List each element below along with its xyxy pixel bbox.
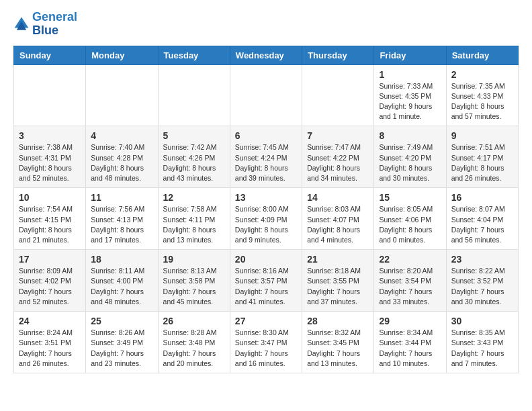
calendar-day-header: Monday (86, 46, 158, 64)
day-number: 27 (235, 316, 297, 326)
calendar-day-cell: 24Sunrise: 8:24 AM Sunset: 3:51 PM Dayli… (14, 312, 86, 373)
day-info: Sunrise: 8:35 AM Sunset: 3:43 PM Dayligh… (451, 328, 513, 369)
calendar-day-cell: 22Sunrise: 8:20 AM Sunset: 3:54 PM Dayli… (374, 250, 446, 312)
day-info: Sunrise: 8:26 AM Sunset: 3:49 PM Dayligh… (91, 328, 152, 369)
calendar-day-cell: 1Sunrise: 7:33 AM Sunset: 4:35 PM Daylig… (374, 64, 446, 126)
calendar-week-row: 3Sunrise: 7:38 AM Sunset: 4:31 PM Daylig… (14, 126, 519, 188)
calendar-day-cell: 4Sunrise: 7:40 AM Sunset: 4:28 PM Daylig… (86, 126, 158, 188)
calendar-week-row: 10Sunrise: 7:54 AM Sunset: 4:15 PM Dayli… (14, 188, 519, 250)
day-info: Sunrise: 7:45 AM Sunset: 4:24 PM Dayligh… (235, 142, 297, 183)
calendar-day-cell: 11Sunrise: 7:56 AM Sunset: 4:13 PM Dayli… (86, 188, 158, 250)
calendar-day-cell: 15Sunrise: 8:05 AM Sunset: 4:06 PM Dayli… (374, 188, 446, 250)
calendar-week-row: 24Sunrise: 8:24 AM Sunset: 3:51 PM Dayli… (14, 312, 519, 373)
day-number: 22 (379, 254, 441, 265)
calendar-day-header: Thursday (302, 46, 374, 64)
day-info: Sunrise: 7:33 AM Sunset: 4:35 PM Dayligh… (379, 81, 441, 122)
day-number: 4 (91, 130, 152, 141)
page-header: General Blue (13, 11, 519, 38)
calendar-week-row: 17Sunrise: 8:09 AM Sunset: 4:02 PM Dayli… (14, 250, 519, 312)
calendar-day-cell: 17Sunrise: 8:09 AM Sunset: 4:02 PM Dayli… (14, 250, 86, 312)
day-info: Sunrise: 8:18 AM Sunset: 3:55 PM Dayligh… (307, 266, 369, 307)
calendar-day-cell: 28Sunrise: 8:32 AM Sunset: 3:45 PM Dayli… (302, 312, 374, 373)
day-info: Sunrise: 7:54 AM Sunset: 4:15 PM Dayligh… (19, 204, 81, 245)
day-number: 10 (19, 192, 81, 203)
calendar-day-cell: 30Sunrise: 8:35 AM Sunset: 3:43 PM Dayli… (446, 312, 518, 373)
calendar-day-cell (158, 64, 230, 126)
day-info: Sunrise: 7:35 AM Sunset: 4:33 PM Dayligh… (451, 81, 513, 122)
calendar-table: SundayMondayTuesdayWednesdayThursdayFrid… (13, 46, 519, 373)
day-info: Sunrise: 8:16 AM Sunset: 3:57 PM Dayligh… (235, 266, 297, 307)
calendar-day-cell: 12Sunrise: 7:58 AM Sunset: 4:11 PM Dayli… (158, 188, 230, 250)
calendar-day-cell: 2Sunrise: 7:35 AM Sunset: 4:33 PM Daylig… (446, 64, 518, 126)
day-number: 18 (91, 254, 152, 265)
day-number: 13 (235, 192, 297, 203)
day-number: 29 (379, 316, 441, 326)
calendar-day-cell (230, 64, 302, 126)
day-number: 5 (163, 130, 225, 141)
day-info: Sunrise: 8:03 AM Sunset: 4:07 PM Dayligh… (307, 204, 369, 245)
calendar-day-cell: 3Sunrise: 7:38 AM Sunset: 4:31 PM Daylig… (14, 126, 86, 188)
calendar-day-cell: 27Sunrise: 8:30 AM Sunset: 3:47 PM Dayli… (230, 312, 302, 373)
calendar-header-row: SundayMondayTuesdayWednesdayThursdayFrid… (14, 46, 519, 64)
day-info: Sunrise: 8:22 AM Sunset: 3:52 PM Dayligh… (451, 266, 513, 307)
day-info: Sunrise: 8:07 AM Sunset: 4:04 PM Dayligh… (451, 204, 513, 245)
day-number: 6 (235, 130, 297, 141)
day-number: 14 (307, 192, 369, 203)
day-info: Sunrise: 7:40 AM Sunset: 4:28 PM Dayligh… (91, 142, 152, 183)
day-number: 23 (451, 254, 513, 265)
calendar-day-cell: 18Sunrise: 8:11 AM Sunset: 4:00 PM Dayli… (86, 250, 158, 312)
calendar-day-cell: 21Sunrise: 8:18 AM Sunset: 3:55 PM Dayli… (302, 250, 374, 312)
day-number: 7 (307, 130, 369, 141)
day-info: Sunrise: 7:56 AM Sunset: 4:13 PM Dayligh… (91, 204, 152, 245)
calendar-day-cell: 7Sunrise: 7:47 AM Sunset: 4:22 PM Daylig… (302, 126, 374, 188)
calendar-day-cell: 5Sunrise: 7:42 AM Sunset: 4:26 PM Daylig… (158, 126, 230, 188)
calendar-day-cell: 14Sunrise: 8:03 AM Sunset: 4:07 PM Dayli… (302, 188, 374, 250)
calendar-day-cell: 13Sunrise: 8:00 AM Sunset: 4:09 PM Dayli… (230, 188, 302, 250)
day-info: Sunrise: 7:38 AM Sunset: 4:31 PM Dayligh… (19, 142, 81, 183)
calendar-day-cell: 20Sunrise: 8:16 AM Sunset: 3:57 PM Dayli… (230, 250, 302, 312)
day-number: 1 (379, 69, 441, 80)
calendar-day-cell: 25Sunrise: 8:26 AM Sunset: 3:49 PM Dayli… (86, 312, 158, 373)
day-info: Sunrise: 8:30 AM Sunset: 3:47 PM Dayligh… (235, 328, 297, 369)
calendar-day-cell: 29Sunrise: 8:34 AM Sunset: 3:44 PM Dayli… (374, 312, 446, 373)
logo-text: General Blue (32, 11, 77, 38)
day-number: 17 (19, 254, 81, 265)
day-info: Sunrise: 7:49 AM Sunset: 4:20 PM Dayligh… (379, 142, 441, 183)
calendar-day-cell (86, 64, 158, 126)
calendar-day-cell: 10Sunrise: 7:54 AM Sunset: 4:15 PM Dayli… (14, 188, 86, 250)
calendar-day-cell (302, 64, 374, 126)
day-info: Sunrise: 8:24 AM Sunset: 3:51 PM Dayligh… (19, 328, 81, 369)
day-number: 11 (91, 192, 152, 203)
calendar-day-header: Tuesday (158, 46, 230, 64)
day-info: Sunrise: 7:58 AM Sunset: 4:11 PM Dayligh… (163, 204, 225, 245)
day-number: 12 (163, 192, 225, 203)
day-info: Sunrise: 8:00 AM Sunset: 4:09 PM Dayligh… (235, 204, 297, 245)
day-info: Sunrise: 7:47 AM Sunset: 4:22 PM Dayligh… (307, 142, 369, 183)
day-info: Sunrise: 8:20 AM Sunset: 3:54 PM Dayligh… (379, 266, 441, 307)
calendar-day-header: Wednesday (230, 46, 302, 64)
calendar-day-cell: 16Sunrise: 8:07 AM Sunset: 4:04 PM Dayli… (446, 188, 518, 250)
day-number: 26 (163, 316, 225, 326)
day-info: Sunrise: 8:05 AM Sunset: 4:06 PM Dayligh… (379, 204, 441, 245)
calendar-day-cell: 8Sunrise: 7:49 AM Sunset: 4:20 PM Daylig… (374, 126, 446, 188)
day-number: 19 (163, 254, 225, 265)
calendar-day-header: Sunday (14, 46, 86, 64)
day-number: 24 (19, 316, 81, 326)
calendar-day-cell: 9Sunrise: 7:51 AM Sunset: 4:17 PM Daylig… (446, 126, 518, 188)
day-number: 30 (451, 316, 513, 326)
calendar-day-cell: 26Sunrise: 8:28 AM Sunset: 3:48 PM Dayli… (158, 312, 230, 373)
calendar-day-cell: 23Sunrise: 8:22 AM Sunset: 3:52 PM Dayli… (446, 250, 518, 312)
calendar-day-cell: 6Sunrise: 7:45 AM Sunset: 4:24 PM Daylig… (230, 126, 302, 188)
day-info: Sunrise: 8:11 AM Sunset: 4:00 PM Dayligh… (91, 266, 152, 307)
day-number: 28 (307, 316, 369, 326)
day-number: 2 (451, 69, 513, 80)
calendar-week-row: 1Sunrise: 7:33 AM Sunset: 4:35 PM Daylig… (14, 64, 519, 126)
day-number: 21 (307, 254, 369, 265)
day-info: Sunrise: 8:32 AM Sunset: 3:45 PM Dayligh… (307, 328, 369, 369)
calendar-day-cell: 19Sunrise: 8:13 AM Sunset: 3:58 PM Dayli… (158, 250, 230, 312)
day-info: Sunrise: 8:34 AM Sunset: 3:44 PM Dayligh… (379, 328, 441, 369)
calendar-day-cell (14, 64, 86, 126)
day-info: Sunrise: 7:51 AM Sunset: 4:17 PM Dayligh… (451, 142, 513, 183)
day-info: Sunrise: 8:13 AM Sunset: 3:58 PM Dayligh… (163, 266, 225, 307)
day-number: 15 (379, 192, 441, 203)
